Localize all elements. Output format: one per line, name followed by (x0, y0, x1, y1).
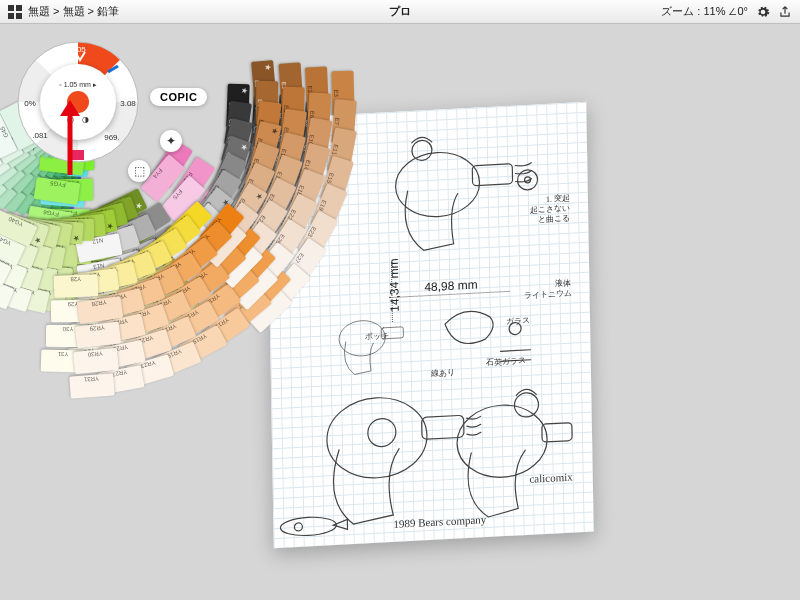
add-tool-button[interactable]: ✦ (160, 130, 182, 152)
svg-text:3.08: 3.08 (120, 99, 136, 108)
breadcrumb[interactable]: 無題 > 無題 > 鉛筆 (28, 4, 119, 19)
svg-point-9 (368, 418, 396, 447)
note: 石英ガラス (486, 355, 526, 368)
note: と曲こる (538, 213, 570, 226)
color-swatch[interactable]: YR31 (69, 373, 115, 398)
note: ポッチ (365, 330, 389, 342)
zoom-readout[interactable]: ズーム : 11% ∠0° (661, 4, 748, 19)
artist-signature: calicomix (529, 471, 573, 485)
mode-label[interactable]: プロ (389, 4, 411, 19)
svg-text:0%: 0% (24, 99, 36, 108)
annotation-arrow (55, 100, 85, 180)
gallery-icon[interactable] (8, 5, 22, 19)
svg-point-2 (412, 140, 432, 161)
svg-marker-23 (60, 100, 80, 116)
share-icon[interactable] (778, 5, 792, 19)
palette-label[interactable]: COPIC (150, 88, 207, 106)
note: ガラス (506, 315, 530, 327)
svg-point-15 (294, 523, 302, 531)
color-swatch[interactable]: Y28 (54, 274, 99, 298)
dimension-vertical: 14,34 mm (387, 258, 402, 312)
dimension-horizontal: 48,98 mm (424, 278, 478, 295)
svg-point-14 (280, 516, 336, 537)
color-swatch[interactable]: YR30 (73, 348, 119, 374)
svg-point-8 (326, 395, 427, 480)
top-toolbar: 無題 > 無題 > 鉛筆 プロ ズーム : 11% ∠0° (0, 0, 800, 24)
svg-text:969.: 969. (104, 133, 120, 142)
svg-point-0 (395, 150, 480, 218)
note: 線あり (431, 367, 455, 379)
svg-text:.081: .081 (32, 131, 48, 140)
svg-point-12 (514, 392, 538, 417)
gear-icon[interactable] (756, 5, 770, 19)
